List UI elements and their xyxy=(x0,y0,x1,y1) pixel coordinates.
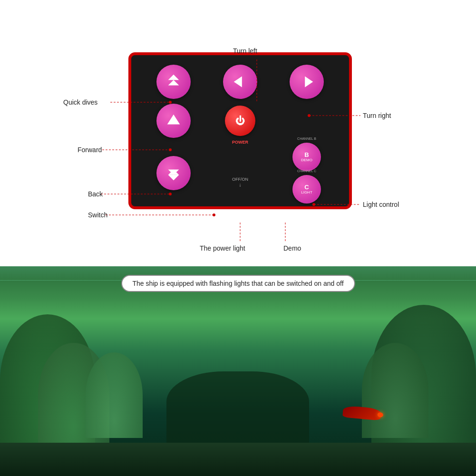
forward-label: Forward xyxy=(78,146,102,154)
channel-c-button[interactable]: C LIGHT xyxy=(292,175,321,204)
light-control-label: Light control xyxy=(363,201,399,208)
svg-marker-2 xyxy=(234,77,242,87)
notice-box: The ship is equipped with flashing light… xyxy=(121,275,355,292)
channels-cell: CHANNEL B B DEMO CHANNEL C C LIGHT xyxy=(292,143,321,204)
plant-right-2 xyxy=(362,343,428,438)
power-symbol: ⏻ xyxy=(235,116,245,126)
forward-cell xyxy=(156,104,191,138)
power-light-label: The power light xyxy=(200,244,245,252)
turn-left-cell xyxy=(223,65,257,99)
offon-text: OFF/ON ↓ xyxy=(232,177,248,187)
svg-marker-3 xyxy=(305,77,313,87)
notice-text: The ship is equipped with flashing light… xyxy=(132,280,343,287)
power-button[interactable]: ⏻ xyxy=(225,106,255,136)
quick-dives-cell xyxy=(156,65,191,99)
back-cell xyxy=(156,156,191,190)
svg-marker-6 xyxy=(168,175,179,180)
power-cell: ⏻ POWER xyxy=(225,106,255,136)
svg-point-18 xyxy=(213,214,215,216)
quick-dives-label: Quick dives xyxy=(63,98,97,106)
svg-marker-4 xyxy=(167,115,180,125)
aquarium-background: The ship is equipped with flashing light… xyxy=(0,266,476,476)
channel-c-tag: CHANNEL C xyxy=(297,169,316,173)
channel-c-letter: C xyxy=(304,184,309,190)
turn-right-label: Turn right xyxy=(363,112,391,119)
turn-right-cell xyxy=(290,65,324,99)
bottom-section: The ship is equipped with flashing light… xyxy=(0,266,476,476)
switch-label: Switch xyxy=(88,211,107,219)
svg-marker-0 xyxy=(168,75,179,80)
svg-marker-1 xyxy=(168,80,179,85)
channel-b-button[interactable]: B DEMO xyxy=(292,143,321,171)
back-button[interactable] xyxy=(156,156,191,190)
channel-b-tag: CHANNEL B xyxy=(297,137,316,140)
channel-c-sub: LIGHT xyxy=(301,190,312,195)
channel-b-sub: DEMO xyxy=(301,158,312,163)
quick-dives-button[interactable] xyxy=(156,65,191,99)
power-label: POWER xyxy=(232,140,248,145)
top-section: ⏻ POWER OFF/ON ↓ xyxy=(0,0,476,266)
turn-right-button[interactable] xyxy=(290,65,324,99)
back-label: Back xyxy=(88,190,103,198)
plant-center-left xyxy=(86,352,143,438)
plant-center xyxy=(166,371,309,447)
remote-controller: ⏻ POWER OFF/ON ↓ xyxy=(128,52,352,209)
forward-button[interactable] xyxy=(156,104,191,138)
demo-label: Demo xyxy=(283,244,301,252)
offon-cell: OFF/ON ↓ xyxy=(232,159,248,187)
tank-bottom xyxy=(0,443,476,476)
turn-left-button[interactable] xyxy=(223,65,257,99)
channel-b-letter: B xyxy=(304,152,309,158)
